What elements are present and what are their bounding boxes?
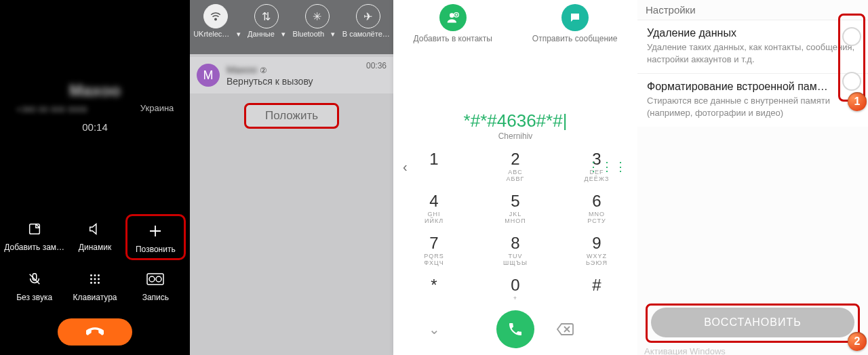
svg-point-4: [98, 274, 100, 276]
wifi-label: UKrtelec…: [193, 30, 229, 39]
dialkey-4[interactable]: 4GHIИЙКЛ: [393, 187, 475, 229]
dialed-number: *#*#4636#*#|: [393, 106, 637, 131]
hang-up-button[interactable]: Положить: [244, 103, 339, 129]
end-call-button[interactable]: [58, 318, 132, 346]
dialkey-0[interactable]: 0+: [475, 271, 556, 306]
call-elapsed: 00:14: [82, 121, 108, 133]
plane-label: В самолёте…: [342, 30, 390, 39]
windows-watermark: Активация Windows: [644, 346, 726, 355]
airplane-toggle[interactable]: ✈: [356, 4, 380, 28]
add-contact-button[interactable]: Добавить в контакты: [414, 4, 492, 43]
dialkey-#[interactable]: #: [556, 271, 637, 306]
call-screen: Maxoo +380 00 000 0000 Украина 00:14 Доб…: [0, 0, 190, 355]
back-chevron-icon[interactable]: ‹: [403, 159, 408, 175]
wifi-toggle[interactable]: [203, 4, 228, 28]
add-contact-icon: [439, 4, 467, 31]
svg-point-14: [214, 18, 216, 20]
callout-badge-2: 2: [848, 332, 867, 351]
keypad-button[interactable]: Клавиатура: [64, 264, 125, 306]
dial-button[interactable]: [496, 310, 534, 348]
dialkey-6[interactable]: 6MNOРСТУ: [556, 187, 637, 229]
notif-caller: Maxoo: [226, 64, 257, 75]
highlight-box-1: [838, 14, 865, 102]
svg-point-12: [149, 276, 155, 282]
dialkey-8[interactable]: 8TUVШЩЪЫ: [475, 229, 556, 271]
svg-point-8: [90, 282, 92, 284]
mute-button[interactable]: Без звука: [4, 264, 64, 306]
dialpad-grid-icon[interactable]: ⋮⋮⋮: [587, 159, 628, 174]
backspace-button[interactable]: [556, 322, 637, 336]
notification-shade: ⇅ ✳ ✈ UKrtelec…▾ Данные▾ Bluetooth▾ В са…: [190, 0, 393, 355]
svg-point-13: [156, 276, 161, 282]
dialkey-7[interactable]: 7PQRSФХЦЧ: [393, 229, 475, 271]
highlight-box-2: [646, 304, 860, 343]
format-storage-item[interactable]: Форматирование встроенной пам… Стираются…: [637, 73, 868, 127]
add-call-button[interactable]: Позвонить: [125, 214, 186, 260]
send-message-button[interactable]: Отправить сообщение: [532, 4, 618, 43]
bt-label: Bluetooth: [293, 30, 324, 39]
phone-icon: [507, 321, 524, 337]
svg-point-2: [90, 274, 92, 276]
dialkey-*[interactable]: *: [393, 271, 475, 306]
settings-screen: Настройки Удаление данных Удаление таких…: [637, 0, 868, 355]
svg-point-7: [98, 278, 100, 280]
callout-badge-1: 1: [848, 92, 867, 111]
settings-header: Настройки: [637, 0, 868, 20]
svg-point-5: [90, 278, 92, 280]
dialkey-5[interactable]: 5JKLМНОП: [475, 187, 556, 229]
avatar: М: [197, 64, 220, 87]
collapse-dialpad-button[interactable]: ⌄: [393, 321, 475, 337]
bluetooth-toggle[interactable]: ✳: [305, 4, 330, 28]
data-label: Данные: [248, 30, 275, 39]
caller-number: +380 00 000 0000: [16, 104, 87, 114]
dialer-screen: Добавить в контакты Отправить сообщение …: [393, 0, 637, 355]
speaker-button[interactable]: Динамик: [64, 214, 125, 260]
notif-elapsed: 00:36: [366, 61, 387, 70]
message-icon: [561, 4, 589, 31]
svg-point-15: [450, 13, 454, 18]
record-icon: [146, 270, 165, 289]
note-icon: [25, 220, 44, 238]
add-note-button[interactable]: Добавить зам…: [4, 214, 64, 260]
data-toggle[interactable]: ⇅: [254, 4, 279, 28]
hangup-icon: [86, 323, 104, 341]
delete-data-item[interactable]: Удаление данных Удаление таких данных, к…: [637, 20, 868, 73]
plus-icon: [146, 222, 165, 241]
svg-point-3: [94, 274, 96, 276]
caller-country: Украина: [140, 103, 174, 113]
speaker-icon: [85, 220, 104, 238]
dialed-sublabel: Chernihiv: [393, 131, 637, 141]
mute-icon: [25, 270, 44, 289]
keypad-icon: [85, 270, 104, 289]
svg-rect-0: [29, 224, 39, 234]
dialkey-9[interactable]: 9WXYZЬЭЮЯ: [556, 229, 637, 271]
record-button[interactable]: Запись: [125, 264, 186, 306]
caller-name: Maxoo: [69, 81, 121, 100]
svg-point-10: [98, 282, 100, 284]
dialkey-2[interactable]: 2ABCАБВГ: [475, 145, 556, 187]
svg-point-6: [94, 278, 96, 280]
svg-point-9: [94, 282, 96, 284]
ongoing-call-notification[interactable]: М Maxoo ② Вернуться к вызову 00:36: [190, 57, 393, 93]
return-to-call: Вернуться к вызову: [226, 76, 313, 87]
